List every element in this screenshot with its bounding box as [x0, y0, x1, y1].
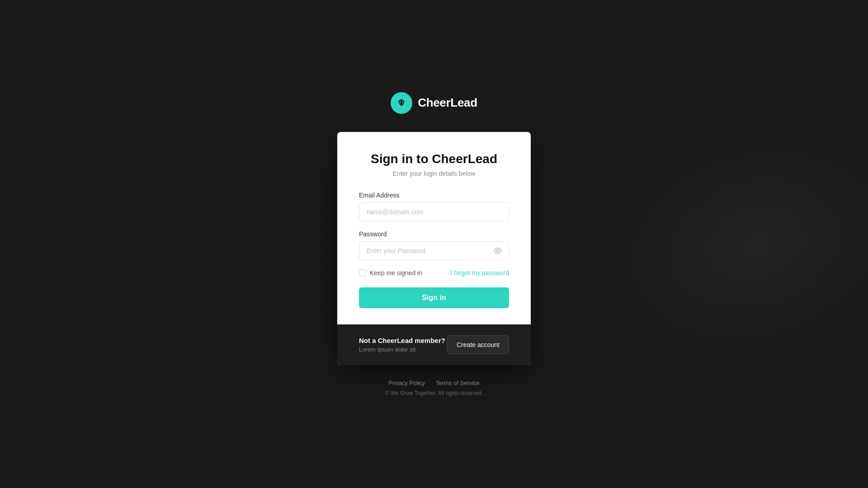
password-toggle-button[interactable] — [492, 245, 504, 257]
sign-in-button[interactable]: Sign in — [359, 287, 509, 308]
password-label: Password — [359, 230, 509, 238]
create-account-button[interactable]: Create account — [447, 335, 509, 354]
lorem-text: Lorem Ipsum dolor sit. — [359, 346, 445, 353]
footer-links: Privacy Policy Terms of Service — [388, 380, 480, 386]
email-input-wrapper — [359, 202, 509, 221]
page-wrapper: CheerLead Sign in to CheerLead Enter you… — [0, 92, 868, 396]
not-member-section: Not a CheerLead member? Lorem Ipsum dolo… — [359, 337, 445, 353]
keep-signed-label[interactable]: Keep me signed in — [359, 269, 422, 277]
privacy-policy-link[interactable]: Privacy Policy — [388, 380, 425, 386]
email-label: Email Address — [359, 192, 509, 199]
svg-point-1 — [401, 101, 403, 103]
password-form-group: Password — [359, 230, 509, 260]
footer-copyright: © We Grow Together. All rights reserved. — [385, 390, 483, 396]
not-member-text: Not a CheerLead member? — [359, 337, 445, 344]
card-bottom: Not a CheerLead member? Lorem Ipsum dolo… — [337, 324, 531, 365]
form-options: Keep me signed in I forgot my password — [359, 269, 509, 277]
footer: Privacy Policy Terms of Service © We Gro… — [385, 380, 483, 396]
brand-name: CheerLead — [418, 96, 477, 110]
page-title: Sign in to CheerLead — [359, 152, 509, 166]
svg-point-2 — [497, 249, 499, 252]
login-card: Sign in to CheerLead Enter your login de… — [337, 132, 531, 365]
terms-of-service-link[interactable]: Terms of Service — [436, 380, 480, 386]
page-subtitle: Enter your login details below — [359, 170, 509, 177]
logo-area: CheerLead — [391, 92, 477, 114]
email-form-group: Email Address — [359, 192, 509, 221]
brand-logo-icon — [391, 92, 412, 114]
keep-signed-text: Keep me signed in — [370, 269, 422, 277]
password-input[interactable] — [359, 241, 509, 260]
password-input-wrapper — [359, 241, 509, 260]
keep-signed-checkbox[interactable] — [359, 269, 366, 277]
card-top: Sign in to CheerLead Enter your login de… — [337, 132, 531, 324]
forgot-password-link[interactable]: I forgot my password — [450, 269, 509, 277]
email-input[interactable] — [359, 202, 509, 221]
